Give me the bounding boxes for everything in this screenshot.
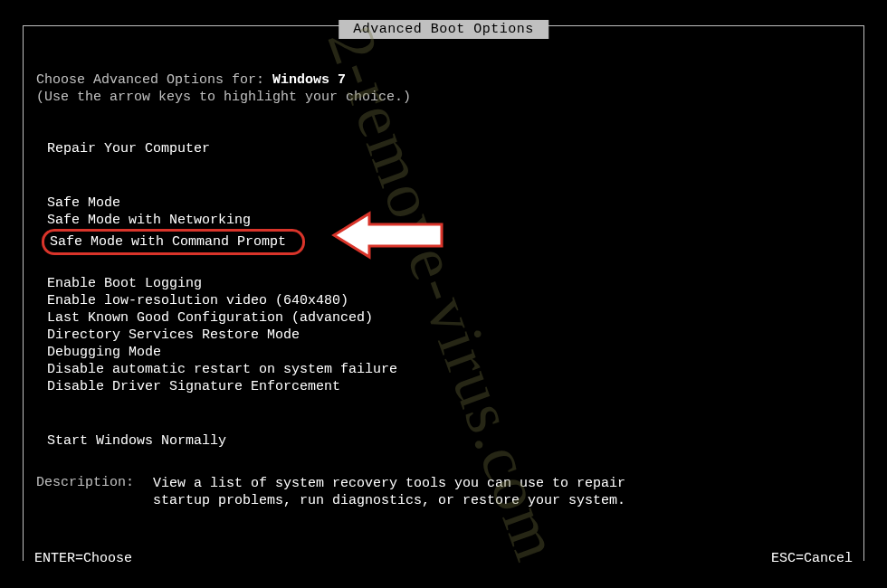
option-boot-logging[interactable]: Enable Boot Logging: [47, 275, 851, 292]
arrow-keys-hint: (Use the arrow keys to highlight your ch…: [36, 90, 851, 105]
frame-left: [23, 25, 24, 561]
choose-prefix: Choose Advanced Options for:: [36, 72, 272, 88]
option-start-normally[interactable]: Start Windows Normally: [36, 433, 851, 449]
boot-options-list: Safe Mode Safe Mode with Networking Safe…: [36, 194, 851, 395]
option-ds-restore[interactable]: Directory Services Restore Mode: [47, 327, 851, 344]
description-block: Description: View a list of system recov…: [36, 475, 851, 509]
content-area: Choose Advanced Options for: Windows 7 (…: [36, 72, 851, 449]
option-safe-mode[interactable]: Safe Mode: [47, 194, 851, 212]
description-label: Description:: [36, 475, 145, 490]
option-safe-mode-networking[interactable]: Safe Mode with Networking: [47, 212, 851, 229]
option-low-res-video[interactable]: Enable low-resolution video (640x480): [47, 292, 851, 309]
option-disable-driver-sig[interactable]: Disable Driver Signature Enforcement: [47, 378, 851, 395]
option-repair-computer[interactable]: Repair Your Computer: [36, 141, 851, 156]
option-last-known-good[interactable]: Last Known Good Configuration (advanced): [47, 309, 851, 327]
description-text: View a list of system recovery tools you…: [153, 475, 660, 509]
title-bar: Advanced Boot Options: [339, 20, 548, 39]
option-safe-mode-cmd[interactable]: Safe Mode with Command Prompt: [42, 229, 305, 255]
footer-bar: ENTER=Choose ESC=Cancel: [34, 551, 853, 566]
option-debugging[interactable]: Debugging Mode: [47, 344, 851, 361]
os-name: Windows 7: [272, 72, 346, 88]
frame-right: [863, 25, 864, 561]
footer-enter: ENTER=Choose: [34, 551, 132, 566]
footer-esc: ESC=Cancel: [771, 551, 853, 566]
choose-for-line: Choose Advanced Options for: Windows 7: [36, 72, 851, 88]
option-disable-auto-restart[interactable]: Disable automatic restart on system fail…: [47, 361, 851, 378]
